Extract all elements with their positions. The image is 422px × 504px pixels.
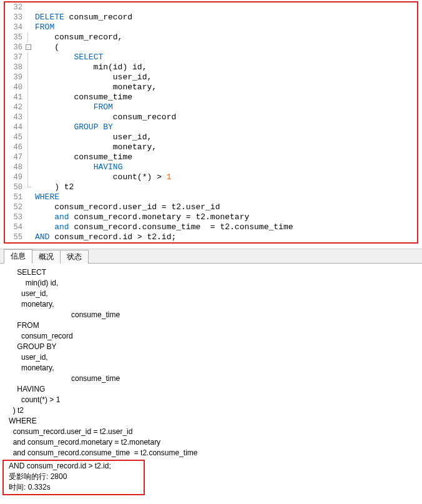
code-text[interactable]: FROM: [32, 102, 113, 112]
line-number: 55: [5, 232, 24, 242]
fold-gutter: [24, 122, 32, 132]
code-line[interactable]: 37 SELECT: [5, 52, 417, 62]
tab-info[interactable]: 信息: [4, 249, 32, 264]
code-line[interactable]: 39 user_id,: [5, 72, 417, 82]
output-line: user_id,: [9, 352, 420, 363]
fold-toggle-icon[interactable]: -: [26, 44, 31, 50]
code-line[interactable]: 43 consum_record: [5, 112, 417, 122]
code-text[interactable]: consum_record: [32, 112, 176, 122]
output-line: consum_record.user_id = t2.user_id: [9, 427, 420, 437]
fold-gutter: [24, 82, 32, 92]
code-line[interactable]: 50 ) t2: [5, 182, 417, 192]
line-number: 40: [5, 82, 24, 92]
code-line[interactable]: 48 HAVING: [5, 162, 417, 172]
line-number: 38: [5, 62, 24, 72]
fold-gutter: [24, 112, 32, 122]
code-text[interactable]: ) t2: [32, 182, 74, 192]
fold-gutter: [24, 182, 32, 192]
code-line[interactable]: 32: [5, 2, 417, 12]
code-text[interactable]: DELETE consum_record: [32, 12, 132, 22]
code-line[interactable]: 36- (: [5, 42, 417, 52]
line-number: 42: [5, 102, 24, 112]
code-line[interactable]: 34FROM: [5, 22, 417, 32]
code-line[interactable]: 55AND consum_record.id > t2.id;: [5, 232, 417, 242]
fold-gutter: [24, 12, 32, 22]
fold-gutter: [24, 2, 32, 12]
line-number: 51: [5, 192, 24, 202]
fold-gutter: [24, 192, 32, 202]
code-text[interactable]: FROM: [32, 22, 54, 32]
code-line[interactable]: 45 user_id,: [5, 132, 417, 142]
tab-status[interactable]: 状态: [60, 250, 89, 264]
line-number: 52: [5, 202, 24, 212]
fold-gutter: [24, 52, 32, 62]
fold-gutter: [24, 22, 32, 32]
line-number: 39: [5, 72, 24, 82]
code-text[interactable]: count(*) > 1: [32, 172, 171, 182]
code-text[interactable]: consum_record,: [32, 32, 122, 42]
output-line: FROM: [9, 320, 420, 331]
code-text[interactable]: and consum_record.monetary = t2.monetary: [32, 212, 249, 222]
fold-gutter: [24, 202, 32, 212]
fold-gutter[interactable]: -: [24, 42, 32, 52]
fold-gutter: [24, 172, 32, 182]
fold-gutter: [24, 152, 32, 162]
line-number: 49: [5, 172, 24, 182]
fold-gutter: [24, 212, 32, 222]
output-tabs: 信息 概况 状态: [0, 249, 422, 264]
line-number: 35: [5, 32, 24, 42]
line-number: 48: [5, 162, 24, 172]
code-line[interactable]: 51WHERE: [5, 192, 417, 202]
code-line[interactable]: 52 consum_record.user_id = t2.user_id: [5, 202, 417, 212]
output-line: and consum_record.monetary = t2.monetary: [9, 437, 420, 448]
code-text[interactable]: AND consum_record.id > t2.id;: [32, 232, 176, 242]
line-number: 53: [5, 212, 24, 222]
code-text[interactable]: user_id,: [32, 132, 152, 142]
code-text[interactable]: monetary,: [32, 142, 157, 152]
code-line[interactable]: 40 monetary,: [5, 82, 417, 92]
output-line: and consum_record.consume_time = t2.cons…: [9, 448, 420, 458]
code-text[interactable]: [32, 2, 35, 12]
code-text[interactable]: HAVING: [32, 162, 122, 172]
output-line: WHERE: [9, 416, 420, 427]
output-line: user_id,: [9, 289, 420, 299]
code-text[interactable]: min(id) id,: [32, 62, 147, 72]
code-text[interactable]: WHERE: [32, 192, 59, 202]
code-line[interactable]: 33DELETE consum_record: [5, 12, 417, 22]
fold-gutter: [24, 222, 32, 232]
fold-gutter: [24, 162, 32, 172]
output-panel: SELECT min(id) id, user_id, monetary, co…: [0, 264, 422, 498]
code-line[interactable]: 44 GROUP BY: [5, 122, 417, 132]
code-line[interactable]: 54 and consum_record.consume_time = t2.c…: [5, 222, 417, 232]
code-text[interactable]: consum_record.user_id = t2.user_id: [32, 202, 220, 212]
tab-profile[interactable]: 概况: [32, 250, 61, 264]
fold-gutter: [24, 32, 32, 42]
sql-editor[interactable]: 3233DELETE consum_record34FROM35 consum_…: [4, 1, 418, 244]
output-line: ) t2: [9, 405, 420, 416]
output-line: monetary,: [9, 363, 420, 373]
code-text[interactable]: SELECT: [32, 52, 103, 62]
affected-rows: 受影响的行: 2800: [9, 472, 141, 482]
code-line[interactable]: 38 min(id) id,: [5, 62, 417, 72]
code-text[interactable]: monetary,: [32, 82, 157, 92]
output-line: HAVING: [9, 384, 420, 395]
code-text[interactable]: GROUP BY: [32, 122, 113, 132]
code-text[interactable]: (: [32, 42, 59, 52]
code-text[interactable]: consume_time: [32, 152, 132, 162]
code-line[interactable]: 41 consume_time: [5, 92, 417, 102]
output-line: consume_time: [9, 310, 420, 320]
code-line[interactable]: 47 consume_time: [5, 152, 417, 162]
line-number: 45: [5, 132, 24, 142]
code-text[interactable]: consume_time: [32, 92, 132, 102]
code-line[interactable]: 42 FROM: [5, 102, 417, 112]
code-line[interactable]: 46 monetary,: [5, 142, 417, 152]
code-text[interactable]: user_id,: [32, 72, 152, 82]
line-number: 47: [5, 152, 24, 162]
line-number: 46: [5, 142, 24, 152]
code-line[interactable]: 53 and consum_record.monetary = t2.monet…: [5, 212, 417, 222]
code-line[interactable]: 35 consum_record,: [5, 32, 417, 42]
code-line[interactable]: 49 count(*) > 1: [5, 172, 417, 182]
line-number: 54: [5, 222, 24, 232]
code-text[interactable]: and consum_record.consume_time = t2.cons…: [32, 222, 293, 232]
result-line: AND consum_record.id > t2.id;: [9, 461, 141, 472]
